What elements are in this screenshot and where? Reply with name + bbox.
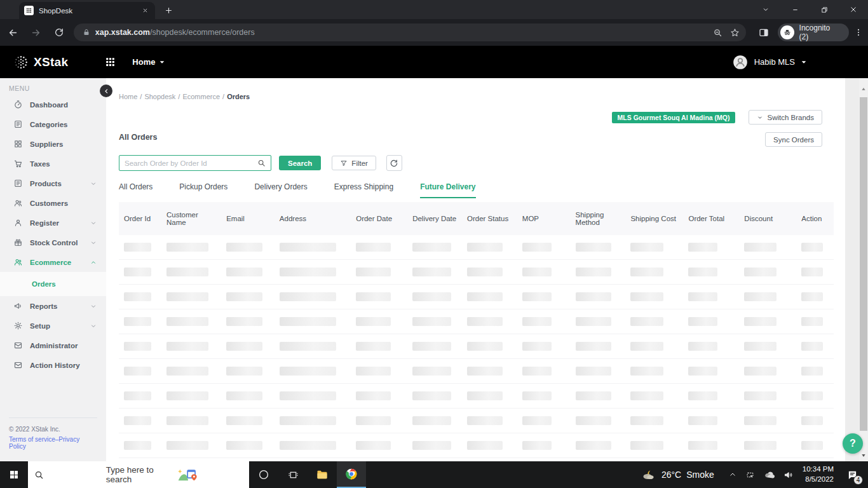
scrollbar-thumb[interactable]	[860, 97, 867, 431]
sidebar-item-action-history[interactable]: Action History	[0, 355, 106, 375]
sidebar-item-label: Customers	[30, 200, 97, 207]
column-header-shipping-method: Shipping Method	[571, 202, 626, 235]
new-tab-button[interactable]	[160, 2, 177, 18]
window-restore-icon[interactable]	[810, 0, 839, 19]
side-panel-icon[interactable]	[759, 27, 769, 37]
skeleton-placeholder	[744, 292, 776, 301]
back-icon[interactable]	[4, 23, 23, 42]
breadcrumb-item[interactable]: Shopdesk	[144, 93, 175, 100]
terms-link[interactable]: Terms of service	[9, 436, 55, 443]
skeleton-placeholder	[744, 367, 776, 376]
forward-icon[interactable]	[27, 23, 46, 42]
skeleton-placeholder	[801, 292, 823, 301]
refresh-button[interactable]	[386, 155, 402, 171]
sidebar-item-stock-control[interactable]: Stock Control	[0, 233, 106, 252]
scrollbar-up-arrow[interactable]	[859, 85, 868, 93]
incognito-badge[interactable]: Incognito (2)	[778, 24, 849, 41]
tab-express-shipping[interactable]: Express Shipping	[334, 179, 393, 198]
sidebar-item-dashboard[interactable]: Dashboard	[0, 95, 106, 114]
task-view-button[interactable]	[278, 461, 308, 488]
main-panel: Home/Shopdesk/Ecommerce/Orders MLS Gourm…	[106, 78, 845, 461]
skeleton-placeholder	[124, 268, 151, 276]
search-icon[interactable]	[257, 159, 266, 167]
nav-home[interactable]: Home	[132, 57, 165, 67]
filter-button[interactable]: Filter	[332, 156, 376, 170]
tab-pickup-orders[interactable]: Pickup Orders	[179, 179, 227, 198]
lock-icon[interactable]	[83, 29, 90, 36]
weather-widget[interactable]: 26°C Smoke	[642, 469, 714, 480]
skeleton-placeholder	[688, 243, 717, 252]
tab-all-orders[interactable]: All Orders	[119, 179, 153, 198]
tab-delivery-orders[interactable]: Delivery Orders	[254, 179, 307, 198]
sidebar-item-categories[interactable]: Categories	[0, 114, 106, 134]
sidebar-item-taxes[interactable]: Taxes	[0, 154, 106, 173]
skeleton-placeholder	[522, 268, 552, 276]
tab-close-icon[interactable]	[140, 6, 150, 16]
search-button[interactable]: Search	[279, 156, 321, 170]
sidebar-item-label: Register	[30, 219, 90, 227]
skeleton-placeholder	[280, 367, 336, 376]
sync-orders-button[interactable]: Sync Orders	[765, 132, 822, 147]
tab-future-delivery[interactable]: Future Delivery	[420, 179, 475, 198]
skeleton-placeholder	[576, 391, 611, 400]
sidebar-item-label: Setup	[30, 322, 90, 330]
table-row	[119, 433, 834, 458]
skeleton-placeholder	[356, 292, 391, 301]
scrollbar-down-arrow[interactable]	[859, 451, 868, 460]
chrome-button[interactable]	[337, 461, 366, 488]
start-button[interactable]	[0, 461, 28, 488]
zoom-icon[interactable]	[713, 28, 722, 37]
skeleton-placeholder	[467, 391, 503, 400]
onedrive-icon[interactable]	[764, 471, 775, 478]
skeleton-placeholder	[744, 342, 776, 351]
reload-icon[interactable]	[50, 23, 69, 42]
window-minimize-icon[interactable]	[780, 0, 810, 19]
column-header-address: Address	[275, 202, 351, 235]
skeleton-placeholder	[226, 268, 262, 276]
search-highlights-icon[interactable]	[177, 466, 243, 483]
sidebar-collapse-button[interactable]	[100, 85, 112, 97]
suppliers-icon	[13, 139, 23, 149]
volume-icon[interactable]	[783, 470, 793, 480]
browser-tab[interactable]: ShopDesk	[19, 2, 155, 19]
cast-icon[interactable]	[745, 470, 755, 480]
user-menu[interactable]: Habib MLS	[732, 54, 807, 71]
switch-brands-button[interactable]: Switch Brands	[749, 110, 822, 125]
taskbar-clock[interactable]: 10:34 PM 8/5/2022	[803, 464, 834, 484]
xstak-logo-icon	[13, 54, 29, 71]
sidebar-item-products[interactable]: Products	[0, 173, 106, 193]
stock-control-icon	[13, 238, 23, 247]
ecommerce-icon	[13, 257, 23, 267]
window-close-icon[interactable]	[839, 0, 868, 19]
tray-expand-icon[interactable]	[729, 471, 736, 478]
skeleton-placeholder	[280, 292, 336, 301]
xstak-logo[interactable]: XStak	[13, 54, 68, 71]
apps-grid-icon[interactable]	[105, 57, 116, 67]
sidebar-item-register[interactable]: Register	[0, 213, 106, 233]
order-search-input[interactable]	[125, 159, 257, 167]
skeleton-placeholder	[124, 391, 151, 400]
sidebar-item-customers[interactable]: Customers	[0, 193, 106, 213]
sidebar-item-setup[interactable]: Setup	[0, 316, 106, 336]
column-header-customer-name: Customer Name	[161, 202, 221, 235]
bookmark-star-icon[interactable]	[730, 28, 740, 37]
sidebar-item-reports[interactable]: Reports	[0, 296, 106, 316]
breadcrumb-item[interactable]: Home	[119, 93, 137, 100]
sidebar-item-suppliers[interactable]: Suppliers	[0, 134, 106, 154]
browser-menu-icon[interactable]	[854, 28, 863, 37]
taskbar-search-box[interactable]: Type here to search	[28, 461, 249, 488]
help-button[interactable]: ?	[843, 433, 863, 454]
window-menu-icon[interactable]	[751, 0, 780, 19]
skeleton-placeholder	[467, 243, 503, 252]
notification-center-button[interactable]: 4	[840, 461, 864, 488]
sidebar-item-ecommerce[interactable]: Ecommerce	[0, 252, 106, 272]
cortana-button[interactable]	[249, 461, 278, 488]
breadcrumb[interactable]: Home/Shopdesk/Ecommerce/Orders	[119, 93, 252, 100]
sidebar-item-label: Products	[30, 180, 90, 187]
skeleton-placeholder	[522, 292, 552, 301]
sidebar-subitem-orders[interactable]: Orders	[0, 274, 106, 294]
breadcrumb-item[interactable]: Ecommerce	[182, 93, 220, 100]
address-bar[interactable]: xap.xstak.com/shopdesk/ecommerce/orders	[74, 24, 746, 41]
file-explorer-button[interactable]	[308, 461, 337, 488]
sidebar-item-administrator[interactable]: Administrator	[0, 336, 106, 355]
